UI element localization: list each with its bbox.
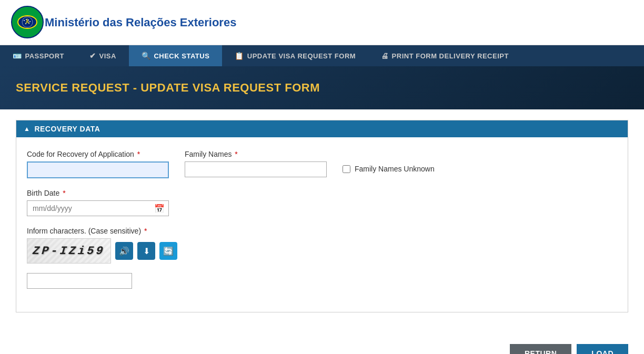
collapse-icon[interactable]: ▲ — [24, 125, 30, 133]
family-names-input[interactable] — [185, 161, 327, 177]
form-row-1: Code for Recovery of Application * Famil… — [27, 150, 617, 178]
captcha-download-button[interactable]: ⬇ — [137, 242, 155, 260]
check-status-icon: 🔍 — [142, 52, 151, 60]
nav-print-receipt-label: PRINT FORM DELIVERY RECEIPT — [392, 52, 509, 60]
nav-print-receipt[interactable]: 🖨 PRINT FORM DELIVERY RECEIPT — [368, 45, 521, 66]
captcha-refresh-button[interactable]: 🔄 — [159, 242, 177, 260]
update-visa-icon: 📋 — [235, 52, 244, 60]
passport-icon: 🪪 — [13, 52, 22, 60]
date-wrapper: 📅 — [27, 200, 169, 216]
section-title: RECOVERY DATA — [34, 125, 100, 133]
section-header: ▲ RECOVERY DATA — [16, 120, 628, 137]
main-content: ▲ RECOVERY DATA Code for Recovery of App… — [0, 109, 644, 333]
print-receipt-icon: 🖨 — [381, 52, 389, 60]
captcha-audio-button[interactable]: 🔊 — [115, 242, 133, 260]
page-title-bar: SERVICE REQUEST - UPDATE VISA REQUEST FO… — [0, 66, 644, 109]
svg-point-8 — [29, 21, 31, 22]
captcha-group: Inform characters. (Case sensitive) * ZP… — [27, 227, 177, 289]
refresh-icon: 🔄 — [163, 246, 174, 256]
nav-passport[interactable]: 🪪 PASSPORT — [0, 45, 77, 66]
bottom-actions: RETURN LOAD — [0, 333, 644, 354]
audio-icon: 🔊 — [119, 246, 129, 256]
code-required: * — [137, 150, 140, 158]
birth-date-label: Birth Date * — [27, 189, 169, 197]
form-row-3: Inform characters. (Case sensitive) * ZP… — [27, 227, 617, 289]
nav-update-visa-label: UPDATE VISA REQUEST FORM — [247, 52, 356, 60]
captcha-container: ZP-IZi59 🔊 ⬇ 🔄 — [27, 238, 177, 264]
return-button[interactable]: RETURN — [510, 344, 571, 354]
nav-passport-label: PASSPORT — [25, 52, 65, 60]
captcha-text: ZP-IZi59 — [32, 245, 106, 258]
nav-visa-label: VISA — [99, 52, 116, 60]
captcha-input[interactable] — [27, 273, 132, 289]
captcha-label: Inform characters. (Case sensitive) * — [27, 227, 177, 235]
form-row-2: Birth Date * 📅 — [27, 189, 617, 216]
birth-date-required: * — [63, 189, 65, 197]
code-group: Code for Recovery of Application * — [27, 150, 169, 178]
ministry-logo — [11, 5, 45, 39]
family-names-unknown-row: Family Names Unknown — [343, 165, 435, 173]
birth-date-input[interactable] — [27, 200, 169, 216]
family-names-unknown-checkbox[interactable] — [343, 165, 350, 173]
captcha-image: ZP-IZi59 — [27, 238, 111, 264]
recovery-data-section: ▲ RECOVERY DATA Code for Recovery of App… — [16, 120, 628, 312]
visa-icon: ✔ — [89, 52, 96, 60]
section-body: Code for Recovery of Application * Famil… — [16, 137, 628, 312]
family-names-unknown-label: Family Names Unknown — [355, 165, 435, 173]
svg-point-6 — [26, 19, 27, 20]
header: Ministério das Relações Exteriores — [0, 0, 644, 45]
main-nav: 🪪 PASSPORT ✔ VISA 🔍 CHECK STATUS 📋 UPDAT… — [0, 45, 644, 66]
birth-date-group: Birth Date * 📅 — [27, 189, 169, 216]
page-title: SERVICE REQUEST - UPDATE VISA REQUEST FO… — [16, 81, 628, 95]
nav-check-status[interactable]: 🔍 CHECK STATUS — [129, 45, 222, 66]
download-icon: ⬇ — [143, 246, 150, 256]
nav-visa[interactable]: ✔ VISA — [77, 45, 129, 66]
nav-check-status-label: CHECK STATUS — [154, 52, 209, 60]
family-names-group: Family Names * — [185, 150, 327, 177]
captcha-required: * — [144, 227, 147, 235]
header-title: Ministério das Relações Exteriores — [45, 16, 236, 29]
svg-point-5 — [24, 20, 25, 21]
nav-update-visa[interactable]: 📋 UPDATE VISA REQUEST FORM — [222, 45, 368, 66]
load-button[interactable]: LOAD — [577, 344, 628, 354]
family-names-required: * — [235, 150, 237, 158]
code-label: Code for Recovery of Application * — [27, 150, 169, 158]
family-names-label: Family Names * — [185, 150, 327, 158]
code-input[interactable] — [27, 161, 169, 178]
